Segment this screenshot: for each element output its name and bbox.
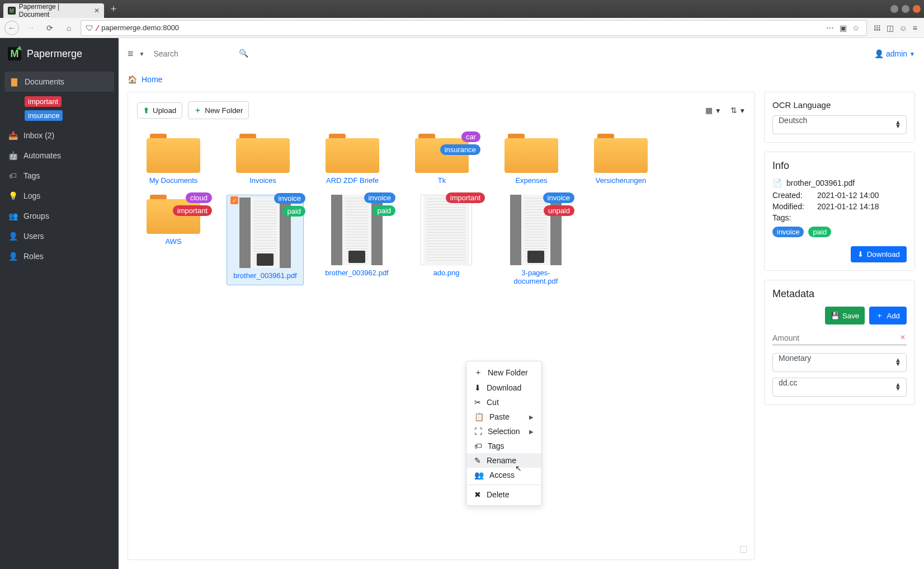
nav-automates[interactable]: 🤖Automates [0,145,119,166]
tag-icon: 🏷 [474,441,482,450]
card-title: Info [772,160,907,172]
ctx-new-folder[interactable]: ＋New Folder [466,365,541,380]
metadata-type-select[interactable]: Monetary [772,353,907,372]
nav-logs[interactable]: 💡Logs [0,186,119,206]
ctx-delete[interactable]: ✖Delete [466,487,541,502]
maximize-icon[interactable] [902,5,909,13]
groups-icon: 👥 [8,211,18,220]
folder-item[interactable]: carinsurance Tk [406,134,478,185]
reload-button[interactable]: ⟳ [43,21,57,35]
grid-view-button[interactable]: ▦ ▼ [705,106,721,115]
item-label: ado.png [433,269,460,277]
back-button[interactable]: ← [4,21,19,35]
more-icon[interactable]: ⋯ [826,23,834,32]
search-icon[interactable]: 🔍 [239,49,248,58]
metadata-format-select[interactable]: dd.cc [772,378,907,397]
ctx-rename[interactable]: ✎Rename [466,453,541,468]
folder-item[interactable]: My Documents [137,134,210,185]
info-tag-invoice[interactable]: invoice [772,227,804,237]
ctx-cut[interactable]: ✂Cut [466,395,541,410]
sidebar-tag-insurance[interactable]: insurance [25,110,63,121]
folder-item[interactable]: Versicherungen [584,134,657,185]
document-item[interactable]: invoicepaid brother_003962.pdf [320,195,393,285]
window-close-icon[interactable] [913,5,921,13]
close-tab-icon[interactable]: ✕ [94,7,100,15]
file-icon: 📄 [772,178,782,187]
nav-inbox[interactable]: 📥Inbox (2) [0,125,119,145]
reader-icon[interactable]: ▣ [840,23,847,32]
shield-icon[interactable]: 🛡 [86,23,93,32]
download-button[interactable]: ⬇Download [851,246,907,262]
dropdown-caret-icon[interactable]: ▼ [139,51,145,57]
document-thumb [421,195,472,265]
info-key: Modified: [772,202,812,211]
upload-button[interactable]: ⬆Upload [137,102,182,119]
ctx-access[interactable]: 👥Access [466,468,541,482]
checkbox-checked-icon[interactable]: ✓ [230,196,238,204]
sidebar-tag-important[interactable]: important [25,96,62,107]
scissors-icon: ✂ [474,398,481,407]
chevron-right-icon: ▶ [529,429,534,435]
minimize-icon[interactable] [890,5,898,13]
info-tag-paid[interactable]: paid [808,227,831,237]
document-item-selected[interactable]: ✓ invoicepaid brother_003961.pdf [227,195,304,285]
roles-icon: 👤 [8,252,18,261]
folder-item[interactable]: ARD ZDF Briefe [316,134,389,185]
remove-field-icon[interactable]: ✕ [900,333,906,341]
ctx-tags[interactable]: 🏷Tags [466,439,541,453]
sort-button[interactable]: ⇅ ▼ [730,106,746,115]
search-input[interactable] [150,45,251,62]
ocr-card: OCR Language Deutsch ▲▼ [764,92,915,143]
hamburger-button[interactable]: ≡ [128,48,134,60]
brand[interactable]: M Papermerge [0,38,119,69]
folder-item[interactable]: cloudimportant AWS [137,195,210,285]
sidebar-icon[interactable]: ◫ [887,23,894,32]
nav-roles[interactable]: 👤Roles [0,246,119,266]
library-icon[interactable]: 𝍖 [874,23,881,32]
bookmark-icon[interactable]: ☆ [852,23,860,32]
ctx-download[interactable]: ⬇Download [466,380,541,395]
main: ≡ ▼ 🔍 👤 admin ▼ 🏠 Home ⬆Upload ＋New Fold… [119,38,924,569]
browser-tab[interactable]: M Papermerge | Document ✕ [3,3,104,18]
document-item[interactable]: invoiceunpaid 3-pages-document.pdf [499,195,572,285]
metadata-key-input[interactable] [772,331,907,345]
ctx-selection[interactable]: ⛶Selection▶ [466,424,541,439]
home-icon[interactable]: 🏠 [128,75,137,84]
menu-icon[interactable]: ≡ [913,23,917,32]
document-item[interactable]: important ado.png [410,195,483,285]
nav-tags[interactable]: 🏷Tags [0,166,119,186]
add-button[interactable]: ＋Add [869,307,907,325]
ctx-label: Paste [489,412,510,421]
selection-icon: ⛶ [474,427,482,436]
plus-icon: ＋ [194,105,201,115]
nav-groups[interactable]: 👥Groups [0,206,119,226]
download-icon: ⬇ [474,383,481,392]
home-button[interactable]: ⌂ [62,21,76,35]
address-bar[interactable]: 🛡 ⁄ ⋯ ▣ ☆ [81,20,867,36]
nav-documents[interactable]: ▇ Documents [4,72,114,92]
ctx-label: Delete [487,490,509,499]
new-folder-button[interactable]: ＋New Folder [188,101,249,119]
folder-item[interactable]: Invoices [227,134,299,185]
folder-icon [147,134,200,173]
btn-label: Upload [153,106,176,115]
upload-icon: ⬆ [143,106,149,115]
user-menu[interactable]: 👤 admin ▼ [874,49,915,58]
account-icon[interactable]: ☺ [899,23,907,32]
ctx-label: Selection [488,427,520,436]
folder-item[interactable]: Expenses [495,134,568,185]
nav-users[interactable]: 👤Users [0,226,119,246]
item-label: 3-pages-document.pdf [499,269,572,285]
ctx-paste[interactable]: 📋Paste▶ [466,410,541,424]
tag-icon: 🏷 [8,171,18,180]
ocr-language-select[interactable]: Deutsch [772,115,907,134]
breadcrumb-home[interactable]: Home [142,75,162,84]
bulb-icon: 💡 [8,191,18,200]
info-card: Info 📄 brother_003961.pdf Created:2021-0… [764,152,915,271]
forward-button[interactable]: → [23,21,38,35]
url-input[interactable] [101,23,820,32]
save-button[interactable]: 💾Save [825,307,865,325]
new-tab-button[interactable]: + [107,3,120,15]
chevron-down-icon: ▼ [909,51,915,57]
info-value: 2021-01-12 14:00 [817,191,879,200]
